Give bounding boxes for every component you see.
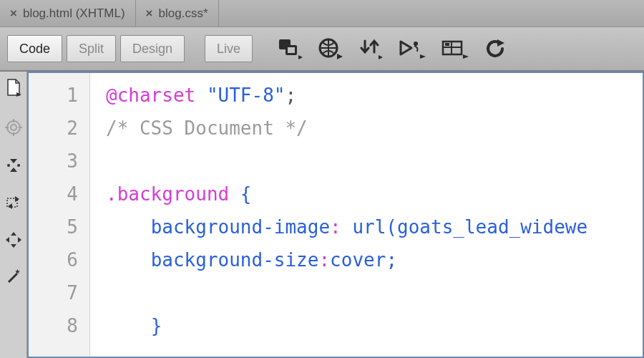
svg-marker-9: [420, 54, 426, 59]
refresh-icon[interactable]: [484, 38, 506, 59]
button-label: Code: [19, 42, 50, 57]
split-view-button[interactable]: Split: [67, 35, 116, 62]
svg-marker-29: [18, 237, 21, 243]
code-line: [106, 145, 587, 178]
line-number: 3: [29, 145, 78, 178]
line-number: 7: [29, 276, 78, 309]
live-view-button[interactable]: Live: [205, 35, 253, 62]
view-switch-group: Code Split Design: [7, 35, 185, 62]
tab-blog-html[interactable]: × blog.html (XHTML): [0, 0, 136, 26]
token-brace: }: [151, 315, 162, 337]
tab-label: blog.html (XHTML): [23, 6, 125, 21]
code-view-button[interactable]: Code: [7, 35, 62, 62]
editor-area: 1 2 3 4 5 6 7 8 @charset "UTF-8";/* CSS …: [0, 72, 644, 358]
left-tool-gutter: [0, 72, 27, 358]
code-line: background-image: url(goats_lead_widewe: [106, 211, 587, 243]
token-value: goats_lead_widewe: [397, 216, 587, 238]
token-punct: ;: [285, 84, 296, 106]
code-line: .background {: [106, 178, 587, 211]
token-string: "UTF-8": [207, 84, 286, 106]
line-number: 8: [29, 309, 78, 342]
tab-bar: × blog.html (XHTML) × blog.css*: [0, 0, 644, 27]
button-label: Live: [217, 42, 240, 57]
toolbar-icon-group: [277, 38, 506, 59]
line-number: 6: [29, 243, 78, 276]
select-icon[interactable]: [5, 195, 22, 213]
code-line: [106, 276, 587, 309]
line-number: 1: [29, 79, 78, 112]
live-view-icon[interactable]: [399, 39, 426, 59]
svg-marker-5: [337, 54, 343, 59]
line-number: 2: [29, 112, 78, 145]
token-comment: /* CSS Document */: [106, 117, 308, 139]
svg-point-8: [414, 42, 418, 46]
svg-marker-6: [379, 55, 383, 59]
line-number-gutter: 1 2 3 4 5 6 7 8: [29, 73, 90, 357]
wand-icon[interactable]: [6, 269, 21, 288]
token-ws: [106, 211, 151, 243]
file-management-icon[interactable]: [277, 38, 303, 59]
svg-rect-13: [445, 43, 449, 46]
token-colon: :: [330, 216, 341, 238]
line-number: 5: [29, 211, 78, 243]
button-label: Design: [132, 42, 172, 57]
new-doc-icon[interactable]: [6, 79, 21, 100]
token-colon: :: [318, 249, 330, 271]
svg-marker-27: [11, 244, 16, 248]
main-toolbar: Code Split Design Live: [0, 27, 644, 72]
tab-label: blog.css*: [159, 6, 208, 21]
code-line: /* CSS Document */: [106, 112, 587, 145]
token-brace: {: [240, 183, 252, 205]
code-content[interactable]: @charset "UTF-8";/* CSS Document */ .bac…: [90, 73, 587, 357]
close-icon[interactable]: ×: [10, 7, 17, 19]
svg-marker-7: [401, 42, 411, 54]
token-atrule: @charset: [106, 84, 195, 106]
svg-marker-15: [497, 39, 504, 47]
code-line: }: [106, 309, 587, 342]
token-property: background-image: [151, 216, 330, 238]
svg-marker-28: [6, 237, 9, 243]
svg-point-22: [17, 164, 20, 167]
svg-marker-26: [11, 232, 16, 236]
token-ws: [341, 216, 353, 238]
svg-point-21: [7, 164, 10, 167]
token-ws: [229, 183, 240, 205]
tab-blog-css[interactable]: × blog.css*: [136, 0, 219, 26]
collapse-icon[interactable]: [6, 158, 21, 176]
button-label: Split: [79, 42, 104, 57]
svg-marker-3: [298, 55, 303, 59]
target-icon[interactable]: [5, 119, 22, 139]
svg-marker-19: [10, 159, 17, 163]
svg-point-17: [7, 121, 20, 134]
code-line: background-size:cover;: [106, 243, 587, 276]
svg-marker-14: [463, 54, 469, 59]
token-function: url(: [352, 216, 397, 238]
token-selector: .background: [106, 183, 229, 205]
code-editor[interactable]: 1 2 3 4 5 6 7 8 @charset "UTF-8";/* CSS …: [27, 72, 644, 358]
view-switch-group-2: Live: [205, 35, 253, 62]
svg-line-30: [9, 274, 17, 282]
code-line: @charset "UTF-8";: [106, 79, 587, 112]
move-icon[interactable]: [6, 232, 21, 251]
token-property: background-size: [151, 249, 319, 271]
download-upload-icon[interactable]: [358, 38, 383, 59]
line-number: 4: [29, 178, 78, 211]
token-ws: [195, 84, 207, 106]
design-view-button[interactable]: Design: [120, 35, 185, 62]
token-ws: [106, 309, 151, 342]
token-ws: [106, 243, 151, 276]
inspect-icon[interactable]: [441, 39, 469, 59]
token-punct: ;: [386, 249, 397, 271]
svg-marker-20: [10, 168, 17, 172]
close-icon[interactable]: ×: [146, 7, 153, 19]
preview-browser-icon[interactable]: [318, 38, 343, 59]
svg-marker-25: [8, 203, 12, 209]
svg-rect-2: [288, 47, 295, 53]
svg-point-18: [11, 125, 16, 130]
token-value: cover: [330, 249, 386, 271]
